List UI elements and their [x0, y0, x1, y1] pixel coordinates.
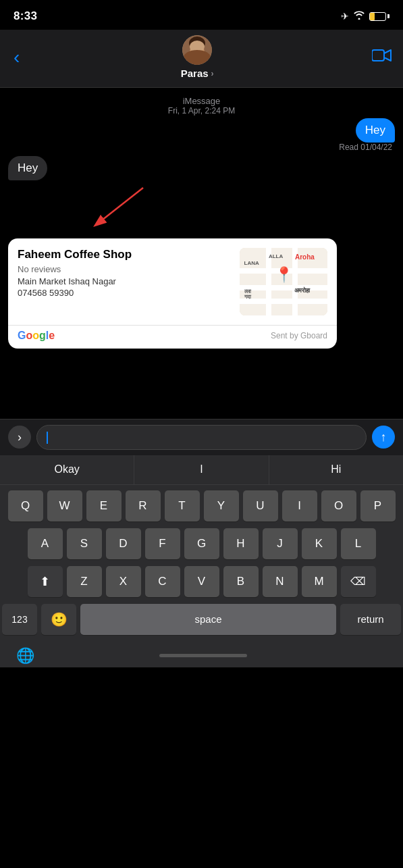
key-z[interactable]: Z [67, 566, 102, 597]
keyboard-row-3: ⬆ Z X C V B N M ⌫ [2, 566, 401, 597]
location-card-footer: Google Sent by Gboard [8, 325, 337, 349]
imessage-label: iMessage Fri, 1 Apr, 2:24 PM [0, 88, 403, 118]
battery-icon [369, 12, 389, 21]
messages-area: iMessage Fri, 1 Apr, 2:24 PM Hey Read 01… [0, 88, 403, 419]
airplane-icon: ✈ [341, 11, 349, 22]
key-q[interactable]: Q [8, 490, 43, 521]
keyboard: Q W E R T Y U I O P A S D F G H J K L ⬆ … [0, 485, 403, 644]
key-r[interactable]: R [126, 490, 161, 521]
key-f[interactable]: F [145, 528, 180, 559]
globe-icon[interactable]: 🌐 [16, 647, 34, 665]
text-cursor [47, 432, 48, 444]
red-arrow [62, 184, 197, 232]
status-bar: 8:33 ✈ [0, 0, 403, 30]
location-phone: 074568 59390 [18, 288, 233, 298]
shift-key[interactable]: ⬆ [28, 566, 63, 597]
svg-line-9 [96, 188, 143, 225]
svg-rect-7 [372, 50, 384, 61]
nav-header: ‹ [0, 30, 403, 88]
space-key[interactable]: space [80, 604, 336, 635]
predictive-hi[interactable]: Hi [269, 455, 403, 484]
predictive-i[interactable]: I [134, 455, 269, 484]
send-icon: ↑ [381, 430, 387, 444]
location-info: Faheem Coffee Shop No reviews Main Marke… [18, 248, 233, 298]
read-receipt: Read 01/04/22 [339, 143, 395, 152]
arrow-area [8, 184, 395, 232]
avatar [182, 35, 212, 65]
contact-chevron-icon: › [211, 69, 214, 78]
key-v[interactable]: V [184, 566, 219, 597]
location-card-container[interactable]: Faheem Coffee Shop No reviews Main Marke… [8, 238, 337, 349]
keyboard-row-1: Q W E R T Y U I O P [2, 490, 401, 521]
emoji-icon: 🙂 [51, 611, 68, 628]
key-u[interactable]: U [243, 490, 278, 521]
location-address: Main Market Ishaq Nagar [18, 276, 233, 286]
bottom-bar: 🌐 [0, 644, 403, 667]
incoming-bubble[interactable]: Hey [8, 156, 47, 180]
location-card[interactable]: Faheem Coffee Shop No reviews Main Marke… [8, 238, 337, 349]
location-card-content: Faheem Coffee Shop No reviews Main Marke… [8, 238, 337, 325]
key-m[interactable]: M [302, 566, 337, 597]
outgoing-message: Hey Read 01/04/22 [8, 118, 395, 152]
svg-point-3 [190, 53, 204, 63]
key-d[interactable]: D [106, 528, 141, 559]
expand-button[interactable]: › [8, 426, 31, 449]
status-icons: ✈ [341, 11, 389, 22]
key-j[interactable]: J [263, 528, 298, 559]
delete-key[interactable]: ⌫ [341, 566, 376, 597]
home-indicator [159, 654, 247, 657]
messages-list: Hey Read 01/04/22 Hey Faheem Coffee S [0, 118, 403, 349]
status-time: 8:33 [14, 9, 37, 23]
key-w[interactable]: W [47, 490, 82, 521]
location-reviews: No reviews [18, 264, 233, 274]
num-key[interactable]: 123 [2, 604, 37, 635]
key-l[interactable]: L [341, 528, 376, 559]
svg-point-4 [192, 50, 195, 53]
predictive-okay[interactable]: Okay [0, 455, 134, 484]
key-b[interactable]: B [223, 566, 259, 597]
message-input[interactable] [36, 425, 367, 450]
sent-by-label: Sent by Gboard [271, 331, 327, 340]
key-n[interactable]: N [263, 566, 298, 597]
predictive-bar: Okay I Hi [0, 455, 403, 485]
key-g[interactable]: G [184, 528, 219, 559]
svg-point-2 [190, 44, 205, 61]
back-button[interactable]: ‹ [11, 44, 22, 71]
location-name: Faheem Coffee Shop [18, 248, 233, 261]
key-x[interactable]: X [106, 566, 141, 597]
key-k[interactable]: K [302, 528, 337, 559]
expand-icon: › [18, 430, 22, 444]
delete-icon: ⌫ [350, 575, 366, 588]
key-o[interactable]: O [321, 490, 356, 521]
contact-header[interactable]: Paras › [181, 35, 214, 79]
emoji-key[interactable]: 🙂 [41, 604, 76, 635]
contact-name[interactable]: Paras › [181, 68, 214, 79]
send-button[interactable]: ↑ [372, 426, 395, 449]
outgoing-bubble[interactable]: Hey [356, 118, 395, 143]
location-map[interactable]: ALLA Aroha LANA ल्ला गदा अमरोहा 📍 [240, 248, 327, 315]
key-c[interactable]: C [145, 566, 180, 597]
key-h[interactable]: H [223, 528, 259, 559]
svg-point-5 [199, 50, 202, 53]
return-key[interactable]: return [340, 604, 401, 635]
key-a[interactable]: A [28, 528, 63, 559]
google-logo: Google [18, 330, 55, 342]
svg-point-6 [196, 53, 198, 55]
svg-point-1 [189, 36, 205, 50]
key-p[interactable]: P [360, 490, 396, 521]
key-e[interactable]: E [86, 490, 122, 521]
key-s[interactable]: S [67, 528, 102, 559]
input-bar: › ↑ [0, 419, 403, 455]
keyboard-row-2: A S D F G H J K L [2, 528, 401, 559]
shift-icon: ⬆ [40, 574, 50, 589]
video-call-button[interactable] [372, 48, 392, 67]
keyboard-row-4: 123 🙂 space return [2, 604, 401, 635]
key-y[interactable]: Y [204, 490, 239, 521]
key-t[interactable]: T [165, 490, 200, 521]
wifi-icon [353, 11, 365, 22]
key-i[interactable]: I [282, 490, 317, 521]
